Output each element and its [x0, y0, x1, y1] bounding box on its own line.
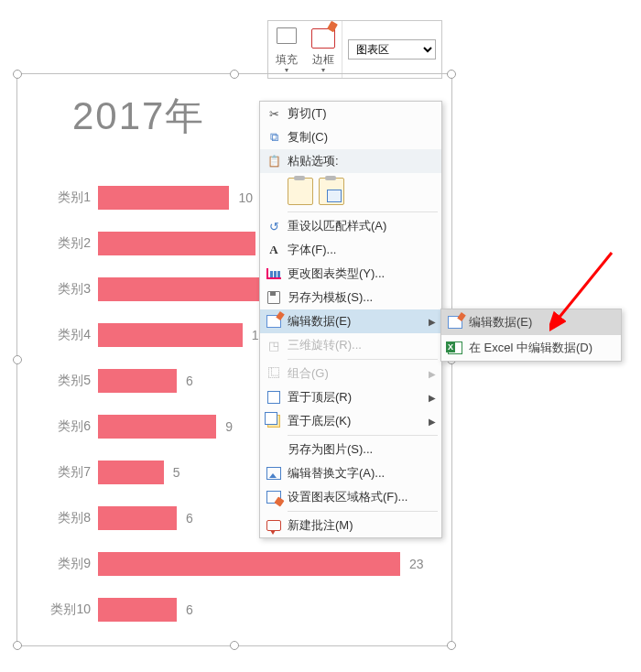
font-icon	[260, 243, 288, 257]
bar-row[interactable]: 类别106	[45, 587, 433, 633]
menu-item-save-template[interactable]: 另存为模板(S)...	[260, 286, 441, 309]
clipboard-icon	[260, 155, 288, 168]
edit-data-submenu: 编辑数据(E) 在 Excel 中编辑数据(D)	[440, 309, 622, 362]
category-label: 类别1	[45, 190, 98, 206]
chart-element-select[interactable]: 图表区	[348, 39, 436, 60]
alt-text-icon	[260, 467, 288, 480]
category-label: 类别4	[45, 327, 98, 343]
menu-item-reset-style[interactable]: 重设以匹配样式(A)	[260, 214, 441, 238]
chart-type-icon	[260, 268, 288, 279]
data-label: 10	[238, 190, 253, 205]
submenu-item-edit-in-excel[interactable]: 在 Excel 中编辑数据(D)	[441, 335, 621, 361]
menu-separator	[288, 359, 438, 360]
copy-icon	[260, 130, 288, 145]
bar[interactable]	[98, 323, 243, 347]
send-back-icon	[260, 415, 288, 428]
data-label: 5	[173, 465, 180, 480]
menu-item-copy[interactable]: 复制(C)	[260, 125, 441, 149]
paste-option-picture[interactable]	[319, 178, 344, 205]
reset-icon	[260, 220, 288, 233]
menu-separator	[288, 511, 438, 512]
bar[interactable]	[98, 186, 229, 210]
resize-handle[interactable]	[447, 70, 456, 79]
menu-item-send-to-back[interactable]: 置于底层(K) ▶	[260, 409, 441, 433]
menu-item-format-chart-area[interactable]: 设置图表区域格式(F)...	[260, 485, 441, 509]
edit-data-icon	[260, 315, 288, 328]
category-label: 类别9	[45, 556, 98, 572]
menu-item-new-comment[interactable]: 新建批注(M)	[260, 514, 441, 537]
outline-icon	[311, 28, 335, 49]
menu-separator	[288, 435, 438, 436]
category-label: 类别8	[45, 510, 98, 526]
paste-options-row	[260, 173, 441, 210]
resize-handle[interactable]	[13, 355, 22, 364]
menu-item-font[interactable]: 字体(F)...	[260, 238, 441, 262]
category-label: 类别2	[45, 235, 98, 252]
resize-handle[interactable]	[230, 70, 239, 79]
menu-header-paste: 粘贴选项:	[260, 149, 441, 173]
data-label: 9	[225, 419, 233, 434]
format-area-icon	[260, 491, 288, 504]
menu-separator	[288, 211, 438, 212]
outline-button[interactable]: 边框 ▾	[305, 21, 342, 78]
data-label: 6	[186, 511, 193, 526]
bar[interactable]	[98, 506, 177, 530]
resize-handle[interactable]	[13, 641, 22, 650]
bar[interactable]	[98, 598, 177, 622]
category-label: 类别7	[45, 464, 98, 481]
menu-item-edit-data[interactable]: 编辑数据(E) ▶	[260, 309, 441, 333]
data-label: 6	[186, 602, 193, 617]
paste-option-keep-formatting[interactable]	[288, 178, 313, 205]
context-menu: 剪切(T) 复制(C) 粘贴选项: 重设以匹配样式(A) 字体(F)... 更改…	[259, 101, 442, 538]
bar[interactable]	[98, 461, 164, 484]
menu-item-save-as-picture[interactable]: 另存为图片(S)...	[260, 438, 441, 461]
category-label: 类别6	[45, 418, 98, 435]
category-label: 类别5	[45, 373, 98, 389]
chart-title[interactable]: 2017年	[72, 91, 205, 142]
group-icon	[260, 367, 288, 380]
bar[interactable]	[98, 552, 400, 576]
fill-button[interactable]: 填充 ▾	[268, 21, 305, 78]
resize-handle[interactable]	[230, 641, 239, 650]
submenu-arrow-icon: ▶	[429, 393, 436, 403]
chart-element-selector[interactable]: 图表区	[342, 21, 441, 78]
bar-row[interactable]: 类别923	[45, 541, 433, 587]
category-label: 类别3	[45, 281, 98, 298]
submenu-arrow-icon: ▶	[429, 369, 436, 379]
bar[interactable]	[98, 232, 255, 255]
menu-item-change-chart-type[interactable]: 更改图表类型(Y)...	[260, 262, 441, 286]
resize-handle[interactable]	[13, 70, 22, 79]
submenu-arrow-icon: ▶	[429, 317, 436, 327]
menu-item-alt-text[interactable]: 编辑替换文字(A)...	[260, 461, 441, 485]
resize-handle[interactable]	[447, 641, 456, 650]
save-template-icon	[260, 291, 288, 304]
menu-item-cut[interactable]: 剪切(T)	[260, 102, 441, 125]
data-label: 23	[409, 557, 424, 571]
submenu-item-edit-data[interactable]: 编辑数据(E)	[441, 309, 621, 335]
rotate-3d-icon	[260, 339, 288, 352]
menu-item-3d-rotation: 三维旋转(R)...	[260, 333, 441, 357]
comment-icon	[260, 520, 288, 531]
bar[interactable]	[98, 415, 216, 439]
menu-item-group: 组合(G) ▶	[260, 362, 441, 385]
edit-data-icon	[441, 316, 469, 329]
menu-item-bring-to-front[interactable]: 置于顶层(R) ▶	[260, 385, 441, 409]
chart-mini-toolbar: 填充 ▾ 边框 ▾ 图表区	[267, 20, 442, 79]
submenu-arrow-icon: ▶	[429, 417, 436, 427]
scissors-icon	[260, 107, 288, 121]
excel-icon	[441, 341, 469, 354]
bar[interactable]	[98, 369, 177, 393]
data-label: 6	[186, 374, 193, 388]
category-label: 类别10	[45, 602, 98, 618]
fill-icon	[274, 23, 299, 49]
bring-front-icon	[260, 391, 288, 404]
